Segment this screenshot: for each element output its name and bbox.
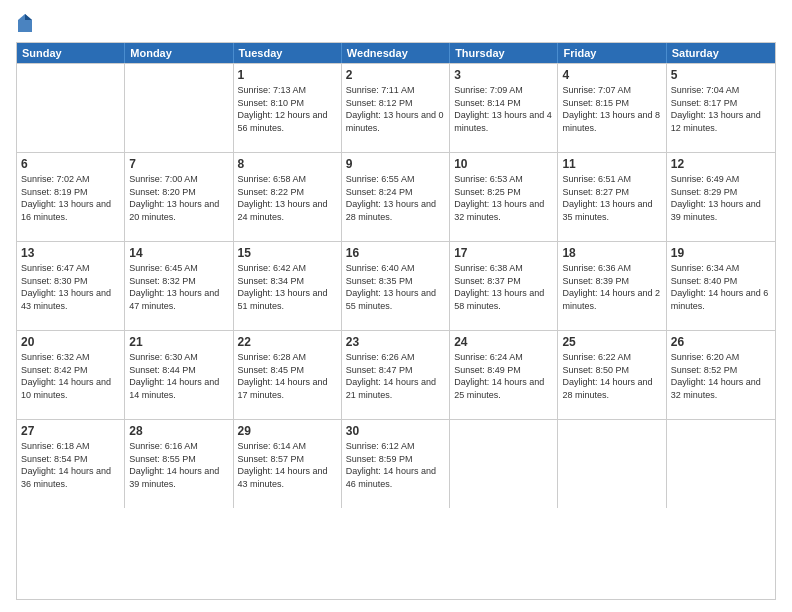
cell-info: Sunrise: 6:20 AMSunset: 8:52 PMDaylight:… [671,351,771,401]
day-number: 26 [671,334,771,350]
cell-info: Sunrise: 6:18 AMSunset: 8:54 PMDaylight:… [21,440,120,490]
cell-info: Sunrise: 6:58 AMSunset: 8:22 PMDaylight:… [238,173,337,223]
calendar-cell: 21Sunrise: 6:30 AMSunset: 8:44 PMDayligh… [125,331,233,419]
calendar-cell: 12Sunrise: 6:49 AMSunset: 8:29 PMDayligh… [667,153,775,241]
cell-info: Sunrise: 6:53 AMSunset: 8:25 PMDaylight:… [454,173,553,223]
svg-marker-1 [25,14,32,20]
day-number: 25 [562,334,661,350]
cell-info: Sunrise: 6:49 AMSunset: 8:29 PMDaylight:… [671,173,771,223]
cell-info: Sunrise: 6:45 AMSunset: 8:32 PMDaylight:… [129,262,228,312]
calendar-cell [450,420,558,508]
calendar-cell: 17Sunrise: 6:38 AMSunset: 8:37 PMDayligh… [450,242,558,330]
calendar-cell: 15Sunrise: 6:42 AMSunset: 8:34 PMDayligh… [234,242,342,330]
calendar-cell [558,420,666,508]
cell-info: Sunrise: 7:02 AMSunset: 8:19 PMDaylight:… [21,173,120,223]
day-number: 7 [129,156,228,172]
cell-info: Sunrise: 6:47 AMSunset: 8:30 PMDaylight:… [21,262,120,312]
day-number: 8 [238,156,337,172]
day-number: 2 [346,67,445,83]
calendar-cell: 10Sunrise: 6:53 AMSunset: 8:25 PMDayligh… [450,153,558,241]
weekday-header: Wednesday [342,43,450,63]
logo [16,12,38,34]
cell-info: Sunrise: 6:30 AMSunset: 8:44 PMDaylight:… [129,351,228,401]
calendar-cell: 3Sunrise: 7:09 AMSunset: 8:14 PMDaylight… [450,64,558,152]
calendar-cell: 30Sunrise: 6:12 AMSunset: 8:59 PMDayligh… [342,420,450,508]
calendar-cell: 6Sunrise: 7:02 AMSunset: 8:19 PMDaylight… [17,153,125,241]
calendar-cell: 19Sunrise: 6:34 AMSunset: 8:40 PMDayligh… [667,242,775,330]
calendar-body: 1Sunrise: 7:13 AMSunset: 8:10 PMDaylight… [17,63,775,508]
cell-info: Sunrise: 6:16 AMSunset: 8:55 PMDaylight:… [129,440,228,490]
cell-info: Sunrise: 6:42 AMSunset: 8:34 PMDaylight:… [238,262,337,312]
day-number: 3 [454,67,553,83]
cell-info: Sunrise: 6:32 AMSunset: 8:42 PMDaylight:… [21,351,120,401]
calendar-cell [667,420,775,508]
calendar-cell: 23Sunrise: 6:26 AMSunset: 8:47 PMDayligh… [342,331,450,419]
cell-info: Sunrise: 6:12 AMSunset: 8:59 PMDaylight:… [346,440,445,490]
page: SundayMondayTuesdayWednesdayThursdayFrid… [0,0,792,612]
calendar-row: 20Sunrise: 6:32 AMSunset: 8:42 PMDayligh… [17,330,775,419]
day-number: 15 [238,245,337,261]
calendar-header: SundayMondayTuesdayWednesdayThursdayFrid… [17,43,775,63]
day-number: 22 [238,334,337,350]
weekday-header: Friday [558,43,666,63]
calendar-cell: 8Sunrise: 6:58 AMSunset: 8:22 PMDaylight… [234,153,342,241]
logo-icon [16,12,34,34]
day-number: 24 [454,334,553,350]
cell-info: Sunrise: 6:26 AMSunset: 8:47 PMDaylight:… [346,351,445,401]
day-number: 13 [21,245,120,261]
day-number: 20 [21,334,120,350]
cell-info: Sunrise: 6:40 AMSunset: 8:35 PMDaylight:… [346,262,445,312]
cell-info: Sunrise: 7:04 AMSunset: 8:17 PMDaylight:… [671,84,771,134]
cell-info: Sunrise: 7:11 AMSunset: 8:12 PMDaylight:… [346,84,445,134]
calendar-cell: 18Sunrise: 6:36 AMSunset: 8:39 PMDayligh… [558,242,666,330]
day-number: 19 [671,245,771,261]
cell-info: Sunrise: 6:28 AMSunset: 8:45 PMDaylight:… [238,351,337,401]
day-number: 1 [238,67,337,83]
calendar-row: 27Sunrise: 6:18 AMSunset: 8:54 PMDayligh… [17,419,775,508]
weekday-header: Saturday [667,43,775,63]
day-number: 18 [562,245,661,261]
day-number: 30 [346,423,445,439]
cell-info: Sunrise: 7:09 AMSunset: 8:14 PMDaylight:… [454,84,553,134]
calendar-cell: 26Sunrise: 6:20 AMSunset: 8:52 PMDayligh… [667,331,775,419]
weekday-header: Sunday [17,43,125,63]
day-number: 12 [671,156,771,172]
calendar-cell: 13Sunrise: 6:47 AMSunset: 8:30 PMDayligh… [17,242,125,330]
day-number: 21 [129,334,228,350]
calendar-cell: 20Sunrise: 6:32 AMSunset: 8:42 PMDayligh… [17,331,125,419]
day-number: 14 [129,245,228,261]
cell-info: Sunrise: 6:36 AMSunset: 8:39 PMDaylight:… [562,262,661,312]
day-number: 5 [671,67,771,83]
day-number: 27 [21,423,120,439]
cell-info: Sunrise: 6:14 AMSunset: 8:57 PMDaylight:… [238,440,337,490]
calendar-cell [17,64,125,152]
calendar-cell: 25Sunrise: 6:22 AMSunset: 8:50 PMDayligh… [558,331,666,419]
header [16,12,776,34]
calendar-cell: 7Sunrise: 7:00 AMSunset: 8:20 PMDaylight… [125,153,233,241]
day-number: 28 [129,423,228,439]
day-number: 6 [21,156,120,172]
cell-info: Sunrise: 7:07 AMSunset: 8:15 PMDaylight:… [562,84,661,134]
day-number: 16 [346,245,445,261]
weekday-header: Monday [125,43,233,63]
calendar: SundayMondayTuesdayWednesdayThursdayFrid… [16,42,776,600]
weekday-header: Thursday [450,43,558,63]
day-number: 17 [454,245,553,261]
calendar-cell: 24Sunrise: 6:24 AMSunset: 8:49 PMDayligh… [450,331,558,419]
day-number: 10 [454,156,553,172]
cell-info: Sunrise: 6:24 AMSunset: 8:49 PMDaylight:… [454,351,553,401]
calendar-cell: 28Sunrise: 6:16 AMSunset: 8:55 PMDayligh… [125,420,233,508]
day-number: 29 [238,423,337,439]
calendar-cell [125,64,233,152]
day-number: 4 [562,67,661,83]
cell-info: Sunrise: 7:13 AMSunset: 8:10 PMDaylight:… [238,84,337,134]
weekday-header: Tuesday [234,43,342,63]
calendar-row: 1Sunrise: 7:13 AMSunset: 8:10 PMDaylight… [17,63,775,152]
cell-info: Sunrise: 6:38 AMSunset: 8:37 PMDaylight:… [454,262,553,312]
calendar-cell: 11Sunrise: 6:51 AMSunset: 8:27 PMDayligh… [558,153,666,241]
cell-info: Sunrise: 6:51 AMSunset: 8:27 PMDaylight:… [562,173,661,223]
calendar-cell: 5Sunrise: 7:04 AMSunset: 8:17 PMDaylight… [667,64,775,152]
calendar-cell: 9Sunrise: 6:55 AMSunset: 8:24 PMDaylight… [342,153,450,241]
calendar-cell: 27Sunrise: 6:18 AMSunset: 8:54 PMDayligh… [17,420,125,508]
calendar-cell: 2Sunrise: 7:11 AMSunset: 8:12 PMDaylight… [342,64,450,152]
